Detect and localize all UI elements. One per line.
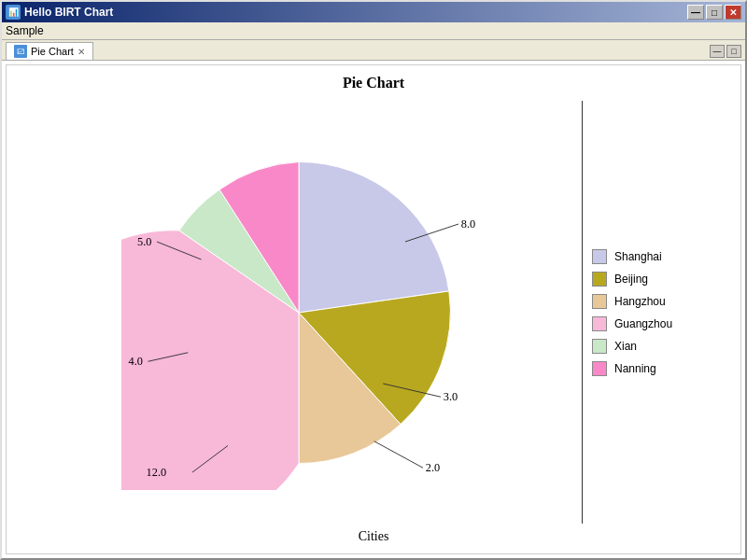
- legend-color-xian: [592, 339, 607, 354]
- tab-close-button[interactable]: ✕: [78, 47, 85, 57]
- legend-label-guangzhou: Guangzhou: [614, 317, 672, 330]
- legend-label-beijing: Beijing: [614, 273, 648, 286]
- legend-label-shanghai: Shanghai: [614, 250, 662, 263]
- title-controls[interactable]: — □ ✕: [687, 5, 741, 20]
- legend-color-nanning: [592, 361, 607, 376]
- tab-icon: 🗠: [14, 45, 27, 58]
- content-area: Pie Chart: [2, 61, 745, 558]
- chart-title: Pie Chart: [343, 75, 404, 91]
- tab-pie-chart[interactable]: 🗠 Pie Chart ✕: [6, 42, 93, 60]
- svg-text:8.0: 8.0: [461, 217, 475, 230]
- maximize-button[interactable]: □: [706, 5, 723, 20]
- title-bar-left: 📊 Hello BIRT Chart: [6, 5, 113, 20]
- tab-bar: 🗠 Pie Chart ✕ — □: [2, 40, 745, 61]
- legend-item-shanghai: Shanghai: [592, 249, 722, 264]
- window-title: Hello BIRT Chart: [24, 6, 113, 19]
- x-axis-label: Cities: [359, 529, 389, 544]
- legend-item-guangzhou: Guangzhou: [592, 316, 722, 331]
- svg-text:12.0: 12.0: [147, 465, 167, 478]
- pie-wrapper: 8.0 5.0 4.0 12.0 2.0: [16, 101, 582, 524]
- legend-item-beijing: Beijing: [592, 272, 722, 287]
- tab-ctrl-max[interactable]: □: [726, 45, 741, 58]
- svg-text:3.0: 3.0: [444, 390, 458, 403]
- close-button[interactable]: ✕: [725, 5, 741, 20]
- tab-label: Pie Chart: [31, 46, 74, 57]
- tab-controls[interactable]: — □: [710, 45, 741, 58]
- title-bar: 📊 Hello BIRT Chart — □ ✕: [2, 2, 745, 22]
- chart-area: Pie Chart: [6, 64, 741, 554]
- legend-label-nanning: Nanning: [614, 362, 656, 375]
- tab-ctrl-min[interactable]: —: [710, 45, 725, 58]
- minimize-button[interactable]: —: [687, 5, 704, 20]
- app-icon: 📊: [6, 5, 21, 20]
- svg-text:2.0: 2.0: [426, 461, 440, 474]
- legend-color-shanghai: [592, 249, 607, 264]
- legend-color-guangzhou: [592, 316, 607, 331]
- chart-container: 8.0 5.0 4.0 12.0 2.0: [16, 101, 731, 524]
- svg-line-8: [374, 441, 423, 468]
- legend-label-hangzhou: Hangzhou: [614, 295, 666, 308]
- legend-area: Shanghai Beijing Hangzhou Guangzhou: [582, 101, 731, 524]
- svg-text:5.0: 5.0: [137, 234, 151, 247]
- main-window: 📊 Hello BIRT Chart — □ ✕ Sample 🗠 Pie Ch…: [0, 0, 747, 560]
- legend-label-xian: Xian: [614, 340, 637, 353]
- menu-bar: Sample: [2, 22, 745, 40]
- legend-item-xian: Xian: [592, 339, 722, 354]
- legend-color-hangzhou: [592, 294, 607, 309]
- pie-chart-svg: 8.0 5.0 4.0 12.0 2.0: [121, 135, 476, 490]
- menu-sample[interactable]: Sample: [6, 24, 44, 37]
- legend-item-nanning: Nanning: [592, 361, 722, 376]
- svg-text:4.0: 4.0: [129, 355, 143, 368]
- legend-color-beijing: [592, 272, 607, 287]
- legend-item-hangzhou: Hangzhou: [592, 294, 722, 309]
